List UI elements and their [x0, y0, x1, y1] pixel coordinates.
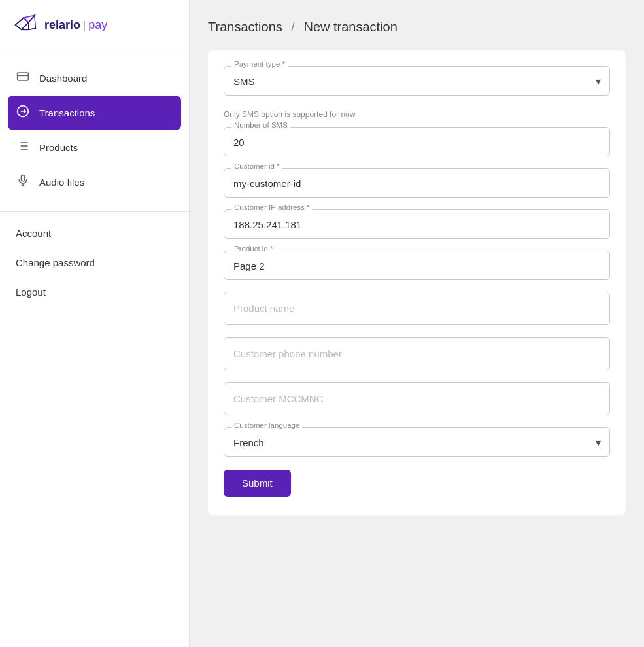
logo-text: relario|pay [44, 18, 107, 32]
customer-id-group: Customer id [224, 168, 610, 198]
transactions-icon [16, 105, 30, 121]
sidebar-item-products[interactable]: Products [0, 130, 189, 165]
customer-language-label: Customer language [231, 421, 302, 429]
payment-type-select[interactable]: SMS [224, 66, 610, 96]
main-content: Transactions / New transaction Payment t… [190, 0, 644, 647]
credit-card-icon [16, 70, 30, 86]
breadcrumb-sep: / [291, 20, 295, 34]
svg-line-4 [29, 28, 36, 29]
number-of-sms-label: Number of SMS [231, 121, 290, 129]
number-of-sms-group: Number of SMS [224, 127, 610, 156]
payment-type-group: Payment type * SMS [224, 66, 610, 96]
product-id-group: Product id [224, 251, 610, 280]
submit-button[interactable]: Submit [224, 470, 291, 497]
sidebar-item-audio-files[interactable]: Audio files [0, 165, 189, 200]
logo-bird-icon [13, 12, 39, 38]
sidebar-label-products: Products [39, 142, 78, 153]
breadcrumb-current: New transaction [303, 20, 397, 34]
sidebar-label-audio-files: Audio files [39, 177, 84, 188]
customer-phone-group [224, 337, 610, 370]
product-id-label: Product id [231, 245, 275, 253]
submit-area: Submit [224, 470, 610, 497]
sidebar-text-items: Account Change password Logout [0, 219, 189, 307]
customer-language-select-wrapper: French [224, 427, 610, 457]
customer-ip-input[interactable] [224, 209, 610, 239]
payment-type-select-wrapper: SMS [224, 66, 610, 96]
breadcrumb: Transactions / New transaction [208, 20, 626, 35]
payment-type-label: Payment type * [231, 60, 288, 68]
product-name-input[interactable] [224, 292, 610, 325]
customer-mccmnc-input[interactable] [224, 382, 610, 415]
product-name-group [224, 292, 610, 325]
mic-icon [16, 174, 30, 190]
sidebar: relario|pay Dashboard Transactions [0, 0, 190, 647]
breadcrumb-root: Transactions [208, 20, 282, 34]
customer-mccmnc-group [224, 382, 610, 415]
new-transaction-form: Payment type * SMS Only SMS option is su… [208, 50, 626, 515]
customer-language-group: Customer language French [224, 427, 610, 457]
sidebar-label-transactions: Transactions [39, 107, 95, 118]
svg-marker-0 [16, 18, 29, 29]
nav-section: Dashboard Transactions [0, 50, 189, 205]
customer-id-label: Customer id [231, 162, 282, 170]
svg-rect-14 [22, 175, 25, 181]
customer-language-select[interactable]: French [224, 427, 610, 457]
svg-rect-5 [18, 73, 29, 80]
sidebar-item-transactions[interactable]: Transactions [8, 96, 181, 130]
sidebar-item-change-password[interactable]: Change password [0, 248, 189, 277]
sms-helper-text: Only SMS option is supported for now [224, 110, 610, 119]
customer-ip-group: Customer IP address [224, 209, 610, 239]
sidebar-label-dashboard: Dashboard [39, 73, 87, 84]
customer-phone-input[interactable] [224, 337, 610, 370]
logo-area: relario|pay [0, 0, 189, 50]
sidebar-item-dashboard[interactable]: Dashboard [0, 61, 189, 96]
list-icon [16, 139, 30, 156]
nav-divider [0, 211, 189, 212]
product-id-input[interactable] [224, 251, 610, 280]
number-of-sms-input[interactable] [224, 127, 610, 156]
sidebar-item-logout[interactable]: Logout [0, 277, 189, 307]
customer-ip-label: Customer IP address [231, 203, 312, 211]
sidebar-item-account[interactable]: Account [0, 219, 189, 248]
customer-id-input[interactable] [224, 168, 610, 198]
